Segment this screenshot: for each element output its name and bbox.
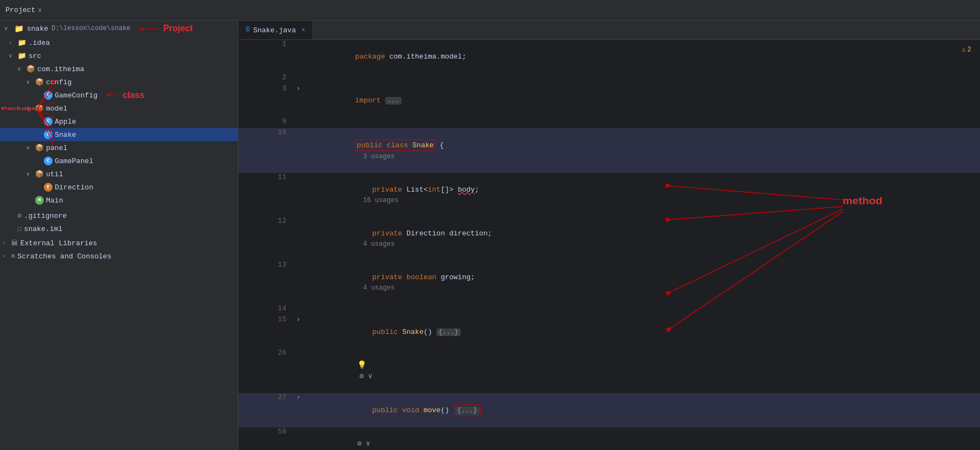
com-folder-icon: 📦 xyxy=(26,65,35,73)
code-line-9: 9 xyxy=(238,117,980,128)
root-chevron: ∨ xyxy=(4,25,11,32)
sidebar-item-panel[interactable]: ∨ 📦 panel xyxy=(0,141,238,154)
sidebar-item-direction[interactable]: E Direction xyxy=(0,181,238,194)
util-folder-icon: 📦 xyxy=(35,170,44,178)
idea-folder-icon: 📁 xyxy=(18,38,26,47)
code-line-58: 58 ⚙ ∨ xyxy=(238,428,980,451)
main-class-icon: M xyxy=(35,196,44,205)
class-annotation-label: class xyxy=(123,90,145,100)
code-editor[interactable]: ⚠ 2 1 package com.itheima.model; 2 xyxy=(238,40,980,450)
root-label: snake xyxy=(27,25,48,33)
sidebar-item-gameconfig[interactable]: C GameConfig ◄—— class xyxy=(0,89,238,102)
gameconfig-class-icon: C xyxy=(44,91,53,100)
project-label: Project xyxy=(5,6,36,14)
sidebar-item-scratches[interactable]: › ≡ Scratches and Consoles xyxy=(0,250,238,263)
code-line-11: 11 private List<int[]> body; 16 usages xyxy=(238,173,980,217)
code-line-12: 12 private Direction direction; 4 usages xyxy=(238,217,980,261)
sidebar-item-util[interactable]: ∨ 📦 util xyxy=(0,168,238,181)
folder-icon: 📁 xyxy=(14,24,24,33)
snake-class-icon: C xyxy=(44,130,53,139)
gear2-icon: ⚙ ∨ xyxy=(357,440,370,448)
gear-icon: ⚙ ∨ xyxy=(359,372,372,380)
sidebar-item-snake-iml[interactable]: ☐ snake.iml xyxy=(0,222,238,235)
class-arrow: ◄—— xyxy=(106,91,118,99)
warning-icon: ⚠ xyxy=(962,45,966,54)
external-lib-icon: 🏛 xyxy=(11,239,18,247)
code-line-14: 14 xyxy=(238,304,980,315)
sidebar-item-model[interactable]: ∨ 📦 model xyxy=(0,102,238,115)
code-line-10: 10 public class Snake { 3 usages xyxy=(238,128,980,173)
sidebar-item-config[interactable]: ∨ 📦 config xyxy=(0,76,238,89)
tab-bar: © Snake.java × xyxy=(238,21,980,40)
sidebar-item-gitignore[interactable]: ⊘ .gitignore xyxy=(0,209,238,222)
gitignore-icon: ⊘ xyxy=(18,211,22,220)
arrow-project: ◄—— xyxy=(138,25,158,32)
project-panel-header: Project ∨ xyxy=(0,0,980,21)
sidebar-item-snake[interactable]: C Snake xyxy=(0,128,238,141)
code-line-27: 27 › public void move() {...} xyxy=(238,393,980,428)
tab-file-icon: © xyxy=(246,26,250,34)
snake-tab[interactable]: © Snake.java × xyxy=(238,21,313,39)
code-line-26: 26 💡 ⚙ ∨ xyxy=(238,349,980,394)
code-line-1: 1 package com.itheima.model; xyxy=(238,40,980,73)
sidebar-item-idea[interactable]: › 📁 .idea xyxy=(0,36,238,49)
gamepanel-class-icon: C xyxy=(44,157,53,165)
sidebar-item-main[interactable]: M Main xyxy=(0,194,238,207)
sidebar-item-apple[interactable]: C Apple xyxy=(0,115,238,128)
lightbulb-icon: 💡 xyxy=(357,361,366,370)
chevron-icon[interactable]: ∨ xyxy=(38,7,42,14)
direction-enum-icon: E xyxy=(44,183,53,192)
tab-close-button[interactable]: × xyxy=(301,27,305,33)
sidebar-item-src[interactable]: ∨ 📁 src xyxy=(0,49,238,62)
sidebar-item-com-itheima[interactable]: ∨ 📦 com.itheima xyxy=(0,62,238,76)
sidebar-item-external-libraries[interactable]: › 🏛 External Libraries xyxy=(0,236,238,250)
tab-filename: Snake.java xyxy=(253,26,296,34)
code-line-2: 2 xyxy=(238,73,980,84)
scratches-icon: ≡ xyxy=(11,252,15,261)
src-folder-icon: 📁 xyxy=(18,51,26,60)
sidebar-item-gamepanel[interactable]: C GamePanel xyxy=(0,154,238,168)
root-path: D:\lesson\code\snake xyxy=(51,25,130,32)
code-line-13: 13 private boolean growing; 4 usages xyxy=(238,261,980,304)
panel-folder-icon: 📦 xyxy=(35,143,44,152)
code-table: 1 package com.itheima.model; 2 3 › xyxy=(238,40,980,450)
config-folder-icon: 📦 xyxy=(35,78,44,86)
warning-count: 2 xyxy=(967,46,971,54)
warning-badge: ⚠ 2 xyxy=(962,40,971,59)
model-folder-icon: 📦 xyxy=(35,104,44,113)
iml-icon: ☐ xyxy=(18,224,22,233)
apple-class-icon: C xyxy=(44,117,53,126)
code-line-15: 15 › public Snake() {...} xyxy=(238,315,980,349)
project-annotation-label: Project xyxy=(163,24,193,33)
project-sidebar: ∨ 📁 snake D:\lesson\code\snake ◄—— Proje… xyxy=(0,21,238,450)
root-item[interactable]: ∨ 📁 snake D:\lesson\code\snake ◄—— Proje… xyxy=(0,21,238,36)
code-line-3: 3 › import ... xyxy=(238,84,980,118)
